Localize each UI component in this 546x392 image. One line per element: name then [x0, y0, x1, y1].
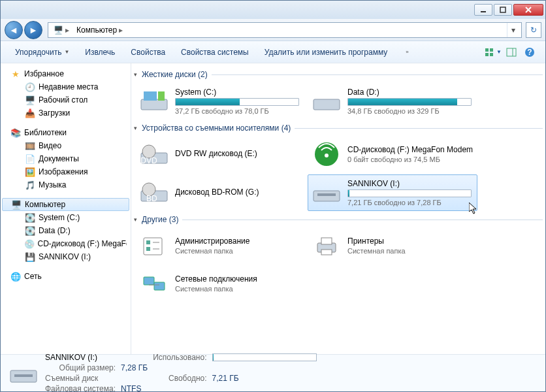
sidebar-item-documents[interactable]: 📄Документы	[1, 152, 131, 165]
drive-label: Data (D:)	[347, 88, 474, 97]
item-label: Принтеры	[347, 237, 474, 246]
sidebar-computer[interactable]: 🖥️Компьютер	[2, 198, 129, 211]
sidebar-item-drive-i[interactable]: 💾SANNIKOV (I:)	[1, 250, 131, 263]
other-item-printers[interactable]: Принтеры Системная папка	[308, 228, 477, 263]
minimize-button[interactable]	[474, 4, 492, 16]
divider	[212, 74, 543, 75]
sidebar-item-drive-d[interactable]: 💽Data (D:)	[1, 224, 131, 237]
collapse-icon: ▾	[134, 125, 142, 131]
chevron-down-icon: ▼	[64, 49, 69, 55]
sidebar-favorites[interactable]: ★Избранное	[1, 67, 131, 80]
drive-icon: 💽	[24, 212, 36, 223]
sidebar-item-music[interactable]: 🎵Музыка	[1, 178, 131, 191]
section-header-removable[interactable]: ▾ Устройства со съемными носителями (4)	[134, 121, 543, 135]
close-button[interactable]	[513, 4, 543, 16]
svg-rect-5	[490, 48, 493, 52]
drive-item-c[interactable]: System (C:) 37,2 ГБ свободно из 78,0 ГБ	[135, 83, 305, 120]
drive-item-i[interactable]: SANNIKOV (I:) 7,21 ГБ свободно из 7,28 Г…	[308, 174, 477, 211]
document-icon: 📄	[24, 154, 36, 164]
drive-item-g[interactable]: BD Дисковод BD-ROM (G:)	[135, 174, 305, 211]
sidebar-item-desktop[interactable]: 🖥️Рабочий стол	[1, 93, 131, 106]
address-dropdown[interactable]: ▾	[507, 23, 519, 37]
item-label: Сетевые подключения	[175, 274, 302, 284]
sidebar-label: Документы	[39, 154, 79, 163]
bd-drive-icon: BD	[138, 179, 170, 205]
sidebar-item-videos[interactable]: 🎞️Видео	[1, 139, 131, 152]
drive-item-d[interactable]: Data (D:) 34,8 ГБ свободно из 329 ГБ	[308, 83, 477, 120]
svg-rect-6	[485, 53, 489, 56]
details-free-value: 7,21 ГБ	[212, 374, 317, 383]
usage-bar	[347, 189, 472, 197]
chevron-down-icon: ▼	[496, 49, 502, 55]
other-item-network-conn[interactable]: Сетевые подключения Системная папка	[135, 266, 305, 301]
dvd-drive-icon: DVD	[138, 141, 170, 167]
chevron-right-icon: ▸	[117, 25, 125, 35]
sidebar-label: Сеть	[24, 272, 42, 281]
sidebar-network[interactable]: 🌐Сеть	[1, 270, 131, 283]
printer-icon	[311, 233, 342, 259]
uninstall-button[interactable]: Удалить или изменить программу	[257, 45, 396, 59]
details-used-label: Использовано:	[153, 353, 206, 362]
drive-item-e[interactable]: DVD DVD RW дисковод (E:)	[135, 137, 305, 172]
section-header-hdd[interactable]: ▾ Жесткие диски (2)	[134, 67, 543, 82]
sidebar-item-downloads[interactable]: 📥Загрузки	[1, 106, 131, 120]
network-connections-icon	[138, 270, 170, 297]
libraries-icon: 📚	[10, 127, 22, 138]
sidebar-label: Видео	[39, 141, 61, 150]
organize-button[interactable]: Упорядочить▼	[7, 45, 77, 59]
refresh-button[interactable]: ↻	[526, 22, 541, 38]
sidebar-label: CD-дисковод (F:) MegaFon	[38, 239, 127, 248]
sidebar-label: Data (D:)	[39, 226, 71, 235]
other-item-admin[interactable]: Администрирование Системная папка	[135, 228, 305, 263]
sidebar-item-pictures[interactable]: 🖼️Изображения	[1, 165, 131, 178]
recent-icon: 🕘	[24, 82, 36, 92]
sidebar-label: System (C:)	[39, 213, 80, 222]
help-button[interactable]: ?	[521, 44, 539, 60]
system-properties-button[interactable]: Свойства системы	[173, 45, 257, 59]
forward-button[interactable]: ►	[24, 21, 42, 39]
back-button[interactable]: ◄	[5, 21, 23, 39]
drive-label: Дисковод BD-ROM (G:)	[175, 188, 302, 197]
collapse-icon: ▾	[134, 71, 142, 78]
usage-bar	[347, 98, 472, 106]
collapse-icon: ▾	[134, 216, 142, 223]
drive-label: System (C:)	[175, 88, 302, 97]
sidebar-label: SANNIKOV (I:)	[39, 252, 91, 261]
breadcrumb-item[interactable]: Компьютер▸	[74, 25, 127, 35]
sidebar-label: Рабочий стол	[39, 95, 88, 105]
address-bar[interactable]: 🖥️▸ Компьютер▸ ▾	[48, 22, 522, 38]
eject-button[interactable]: Извлечь	[77, 45, 123, 59]
drive-subtext: 7,21 ГБ свободно из 7,28 ГБ	[347, 199, 474, 206]
sidebar-item-recent[interactable]: 🕘Недавние места	[1, 80, 131, 93]
svg-point-20	[325, 154, 329, 157]
svg-rect-27	[146, 240, 150, 244]
sidebar-label: Музыка	[39, 180, 66, 189]
breadcrumb-root[interactable]: 🖥️▸	[51, 25, 74, 35]
divider	[295, 128, 543, 129]
svg-rect-33	[321, 250, 332, 255]
removable-drive-icon: 💾	[24, 252, 36, 262]
maximize-button[interactable]	[494, 4, 512, 16]
preview-pane-button[interactable]	[502, 44, 521, 60]
drive-subtext: 34,8 ГБ свободно из 329 ГБ	[347, 107, 474, 115]
svg-rect-13	[144, 91, 157, 101]
explorer-window: ◄ ► 🖥️▸ Компьютер▸ ▾ ↻ Упорядочить▼ Извл…	[0, 0, 546, 392]
sidebar-item-drive-f[interactable]: 💿CD-дисковод (F:) MegaFon	[1, 237, 131, 250]
drive-item-f[interactable]: CD-дисковод (F:) MegaFon Modem 0 байт св…	[308, 137, 477, 172]
details-pane: SANNIKOV (I:) Использовано: Общий размер…	[1, 355, 545, 391]
drive-label: DVD RW дисковод (E:)	[175, 149, 302, 158]
music-icon: 🎵	[24, 180, 36, 190]
sidebar-item-drive-c[interactable]: 💽System (C:)	[1, 211, 131, 224]
picture-icon: 🖼️	[24, 167, 36, 177]
sidebar-libraries[interactable]: 📚Библиотеки	[1, 126, 131, 139]
hard-drive-icon	[138, 88, 170, 114]
details-total-value: 7,28 ГБ	[121, 363, 148, 372]
section-header-other[interactable]: ▾ Другие (3)	[134, 212, 543, 227]
svg-rect-26	[144, 238, 162, 255]
details-total-label: Общий размер:	[45, 363, 116, 372]
more-button[interactable]: »	[395, 46, 416, 57]
view-options-button[interactable]: ▼	[484, 44, 502, 60]
svg-text:?: ?	[527, 48, 532, 57]
properties-button[interactable]: Свойства	[123, 45, 173, 59]
svg-rect-8	[507, 48, 516, 56]
